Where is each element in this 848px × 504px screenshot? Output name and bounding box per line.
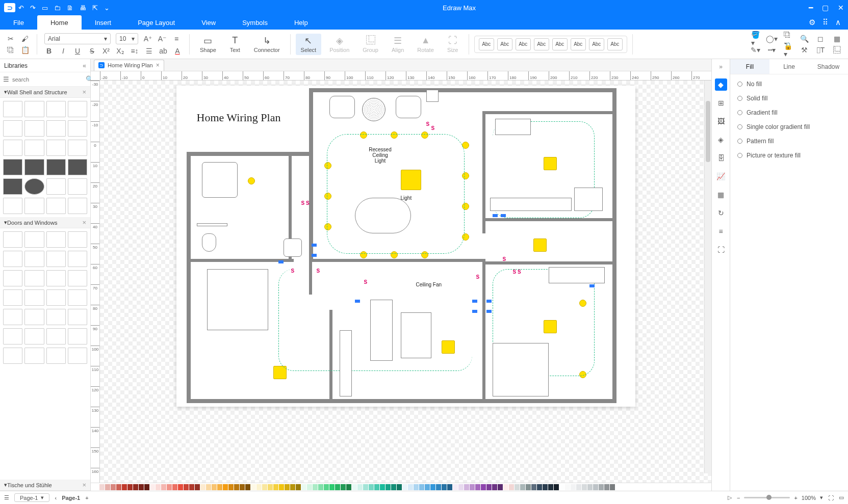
color-swatch[interactable] (161, 484, 166, 490)
color-swatch[interactable] (290, 484, 295, 490)
color-swatch[interactable] (313, 484, 318, 490)
color-swatch[interactable] (565, 484, 570, 490)
strikethrough-icon[interactable]: S̶ (87, 46, 96, 56)
fill-opt-picture[interactable]: Picture or texture fill (737, 152, 841, 159)
color-swatch[interactable] (234, 484, 239, 490)
color-swatch[interactable] (256, 484, 262, 490)
decrease-font-icon[interactable]: A⁻ (158, 34, 167, 43)
color-swatch[interactable] (335, 484, 340, 490)
lib-item[interactable] (3, 101, 22, 117)
layers-icon[interactable]: ▦ (833, 35, 841, 43)
color-swatch[interactable] (363, 484, 368, 490)
collapse-libraries-icon[interactable]: « (83, 62, 86, 69)
size-tool[interactable]: ⛶Size (442, 34, 464, 55)
fill-opt-single-gradient[interactable]: Single color gradient fill (737, 123, 841, 130)
lib-item[interactable] (3, 178, 22, 195)
color-swatch[interactable] (251, 484, 256, 490)
lib-item[interactable] (3, 289, 22, 306)
style-preset[interactable]: Abc (552, 38, 568, 50)
color-swatch[interactable] (223, 484, 228, 490)
wall[interactable] (482, 261, 615, 264)
counter[interactable] (197, 223, 227, 226)
color-swatch[interactable] (498, 484, 503, 490)
switch-s[interactable]: S (291, 268, 295, 274)
increase-font-icon[interactable]: A⁺ (143, 34, 152, 43)
shelf[interactable] (340, 330, 352, 396)
theme-panel-icon[interactable]: ⊞ (715, 97, 727, 109)
shower[interactable] (202, 162, 238, 198)
fill-opt-solid[interactable]: Solid fill (737, 95, 841, 102)
lib-item[interactable] (24, 328, 44, 344)
chair[interactable] (329, 96, 355, 118)
style-preset[interactable]: Abc (516, 38, 531, 50)
switch-s[interactable]: S (317, 268, 320, 274)
lib-item[interactable] (24, 348, 44, 364)
lib-item[interactable] (24, 178, 44, 195)
lib-item[interactable] (24, 309, 44, 325)
close-tab-icon[interactable]: × (156, 62, 160, 69)
subscript-icon[interactable]: X₂ (116, 46, 125, 56)
color-swatch[interactable] (425, 484, 430, 490)
color-swatch[interactable] (559, 484, 564, 490)
style-preset[interactable]: Abc (497, 38, 512, 50)
style-gallery[interactable]: Abc Abc Abc Abc Abc Abc Abc Abc (474, 36, 627, 53)
text-box-icon[interactable]: ⌷T (816, 46, 825, 54)
lib-item[interactable] (68, 328, 87, 344)
close-icon[interactable]: ✕ (838, 4, 844, 12)
line-spacing-icon[interactable]: ≡↕ (130, 46, 139, 56)
switch-s[interactable]: S (476, 274, 480, 280)
lib-item[interactable] (3, 270, 22, 286)
lib-item[interactable] (3, 328, 22, 344)
fill-panel-icon[interactable]: ◆ (715, 78, 727, 91)
color-swatch[interactable] (509, 484, 514, 490)
color-swatch[interactable] (116, 484, 121, 490)
color-swatch[interactable] (470, 484, 475, 490)
open-icon[interactable]: 🗀 (54, 4, 61, 12)
wall[interactable] (309, 259, 485, 262)
color-swatch[interactable] (184, 484, 189, 490)
wall[interactable] (309, 88, 615, 92)
lib-item[interactable] (46, 101, 66, 117)
color-swatch[interactable] (391, 484, 396, 490)
lib-item[interactable] (3, 120, 22, 137)
color-swatch[interactable] (228, 484, 234, 490)
connector-tool[interactable]: ↳Connector (249, 34, 285, 55)
text-direction-icon[interactable]: ab (159, 46, 168, 56)
menu-tab-insert[interactable]: Insert (82, 15, 125, 30)
lib-item[interactable] (68, 270, 87, 286)
lib-item[interactable] (68, 251, 87, 267)
wall[interactable] (309, 88, 313, 261)
lib-item[interactable] (46, 289, 66, 306)
font-name-select[interactable]: Arial▾ (44, 33, 111, 44)
color-swatch[interactable] (122, 484, 127, 490)
lib-item[interactable] (68, 231, 87, 248)
color-swatch[interactable] (587, 484, 593, 490)
color-swatch[interactable] (346, 484, 351, 490)
color-swatch[interactable] (217, 484, 222, 490)
color-swatch[interactable] (593, 484, 598, 490)
group-tool[interactable]: ⿺Group (357, 34, 383, 55)
lib-item[interactable] (46, 348, 66, 364)
color-swatch[interactable] (430, 484, 435, 490)
line-style-icon[interactable]: ✎▾ (751, 46, 759, 54)
lib-item[interactable] (24, 251, 44, 267)
color-swatch[interactable] (374, 484, 379, 490)
color-swatch[interactable] (273, 484, 278, 490)
wall[interactable] (612, 88, 616, 403)
lib-item[interactable] (46, 231, 66, 248)
lib-item[interactable] (24, 289, 44, 306)
color-swatch[interactable] (324, 484, 329, 490)
style-preset[interactable]: Abc (479, 38, 494, 50)
zoom-menu-icon[interactable]: ▾ (820, 494, 823, 501)
outlet[interactable] (472, 300, 477, 303)
color-swatch[interactable] (357, 484, 363, 490)
color-swatch[interactable] (94, 484, 99, 490)
close-cat-icon[interactable]: × (82, 88, 86, 96)
color-swatch[interactable] (172, 484, 177, 490)
color-swatch[interactable] (458, 484, 464, 490)
sink-double[interactable] (495, 119, 531, 135)
chair[interactable] (396, 96, 421, 118)
page-list-icon[interactable]: ☰ (4, 494, 9, 501)
color-swatch[interactable] (526, 484, 531, 490)
font-size-select[interactable]: 10▾ (116, 33, 138, 44)
